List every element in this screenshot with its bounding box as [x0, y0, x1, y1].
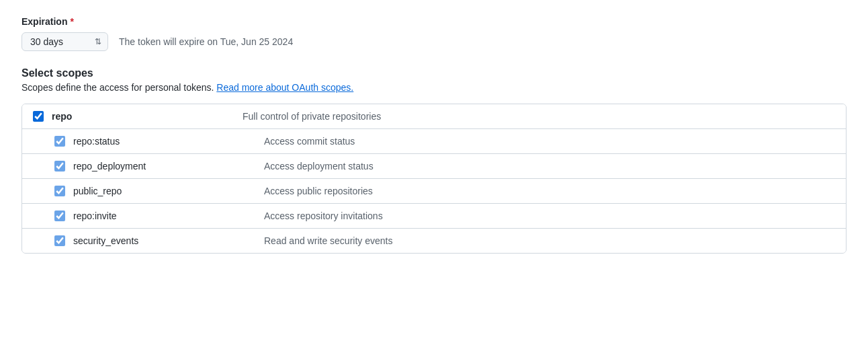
security-events-scope-name: security_events — [73, 235, 248, 246]
repo-scope-name: repo — [52, 111, 226, 122]
public-repo-scope-name: public_repo — [73, 186, 248, 196]
scope-row-security-events: security_events Read and write security … — [22, 229, 846, 253]
expiration-select-wrapper: 7 days 30 days 60 days 90 days Custom No… — [21, 32, 108, 51]
repo-deployment-scope-description: Access deployment status — [248, 161, 835, 172]
repo-status-scope-name: repo:status — [73, 136, 248, 147]
expiration-label-text: Expiration — [21, 16, 67, 27]
expiration-hint: The token will expire on Tue, Jun 25 202… — [119, 36, 293, 47]
scopes-description-text: Scopes define the access for personal to… — [21, 82, 214, 93]
scopes-title: Select scopes — [21, 67, 847, 79]
scope-row-repo-status: repo:status Access commit status — [22, 129, 846, 154]
security-events-scope-description: Read and write security events — [248, 235, 835, 246]
scope-row-repo-invite: repo:invite Access repository invitation… — [22, 204, 846, 229]
repo-status-checkbox[interactable] — [54, 136, 65, 147]
repo-invite-checkbox[interactable] — [54, 211, 65, 221]
scopes-section: Select scopes Scopes define the access f… — [21, 67, 847, 254]
security-events-checkbox[interactable] — [54, 235, 65, 246]
scopes-box: repo Full control of private repositorie… — [21, 104, 847, 254]
scope-row-repo: repo Full control of private repositorie… — [22, 104, 846, 129]
repo-invite-scope-description: Access repository invitations — [248, 211, 835, 221]
repo-deployment-checkbox[interactable] — [54, 161, 65, 172]
required-indicator: * — [70, 16, 73, 27]
public-repo-scope-description: Access public repositories — [248, 186, 835, 196]
expiration-row: 7 days 30 days 60 days 90 days Custom No… — [21, 32, 847, 51]
scopes-description: Scopes define the access for personal to… — [21, 82, 847, 93]
repo-checkbox[interactable] — [33, 111, 44, 122]
expiration-label: Expiration * — [21, 16, 847, 27]
scope-row-repo-deployment: repo_deployment Access deployment status — [22, 154, 846, 179]
repo-scope-description: Full control of private repositories — [226, 111, 835, 122]
repo-status-scope-description: Access commit status — [248, 136, 835, 147]
repo-deployment-scope-name: repo_deployment — [73, 161, 248, 172]
oauth-scopes-link[interactable]: Read more about OAuth scopes. — [216, 82, 353, 93]
scope-row-public-repo: public_repo Access public repositories — [22, 179, 846, 204]
repo-invite-scope-name: repo:invite — [73, 211, 248, 221]
public-repo-checkbox[interactable] — [54, 186, 65, 196]
expiration-select[interactable]: 7 days 30 days 60 days 90 days Custom No… — [21, 32, 108, 51]
expiration-section: Expiration * 7 days 30 days 60 days 90 d… — [21, 16, 847, 51]
